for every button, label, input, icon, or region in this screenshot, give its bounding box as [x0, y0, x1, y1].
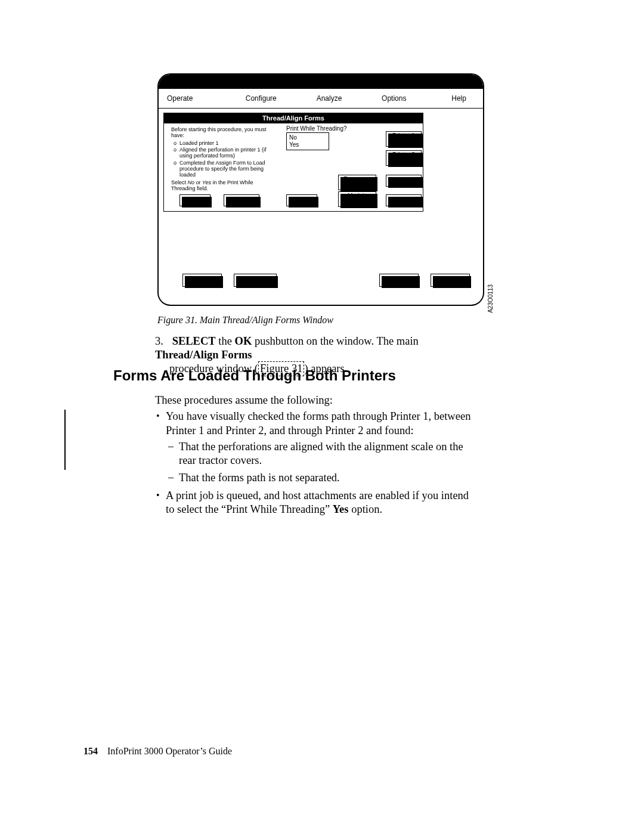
change-bar — [64, 410, 66, 470]
window-titlebar — [159, 75, 483, 89]
printer2-feed-button[interactable]: Printer 2 Feed Page — [386, 150, 422, 166]
book-title: InfoPrint 3000 Operator’s Guide — [107, 746, 232, 756]
bullet-visual-check: You have visually checked the forms path… — [166, 410, 476, 485]
print-while-threading-label: Print While Threading? — [286, 125, 347, 132]
window-title: Thread/Align Forms — [164, 113, 423, 123]
page-footer: 154 InfoPrint 3000 Operator’s Guide — [83, 746, 232, 757]
forms-connected-status: Forms are Connected — [338, 175, 376, 190]
instructions-text: Before starting this procedure, you must… — [171, 126, 276, 191]
bullet-2: Aligned the perforation in printer 1 (if… — [179, 147, 276, 159]
bullet-3: Completed the Assign Form to Load proced… — [179, 160, 276, 178]
select-line: Select No or Yes in the Print While Thre… — [171, 179, 253, 191]
menu-configure[interactable]: Configure — [225, 94, 297, 103]
page: Operate Configure Analyze Options Help T… — [0, 0, 644, 833]
ready-button[interactable]: Ready — [182, 274, 222, 287]
figure-caption: Figure 31. Main Thread/Align Forms Windo… — [157, 315, 333, 326]
figure-code: A23O0113 — [487, 284, 494, 313]
page-number: 154 — [83, 746, 98, 756]
check-reset-button[interactable]: Check Reset — [234, 274, 277, 287]
option-yes[interactable]: Yes — [289, 141, 326, 148]
application-window: Operate Configure Analyze Options Help T… — [157, 73, 484, 306]
bullet-print-job: A print job is queued, and host attachme… — [166, 489, 476, 517]
cancel-button[interactable]: Cancel — [286, 194, 317, 206]
print-while-threading-listbox[interactable]: No Yes — [286, 132, 329, 150]
help-button[interactable]: Help — [386, 194, 422, 206]
mark-aligned-status: Mark is Aligned — [338, 191, 376, 207]
start-button[interactable]: Start — [179, 194, 210, 206]
intro-paragraph: These procedures assume the following: — [155, 394, 333, 406]
menu-bar: Operate Configure Analyze Options Help — [159, 89, 483, 109]
sub-bullet-perforations: That the perforations are aligned with t… — [179, 440, 476, 468]
menu-operate[interactable]: Operate — [159, 94, 225, 103]
section-heading: Forms Are Loaded Through Both Printers — [113, 367, 396, 384]
option-no[interactable]: No — [289, 134, 326, 141]
menu-options[interactable]: Options — [361, 94, 426, 103]
sub-bullet-not-separated: That the forms path is not separated. — [179, 471, 476, 485]
menu-help[interactable]: Help — [426, 94, 491, 103]
printer1-feed-button[interactable]: Printer 1 Feed Page — [386, 131, 422, 147]
completed-button[interactable]: Completed — [224, 194, 259, 206]
thread-align-window: Thread/Align Forms Before starting this … — [163, 113, 423, 212]
step-number: 3. — [155, 335, 169, 348]
bullet-1: Loaded printer 1 — [179, 140, 276, 146]
menu-analyze[interactable]: Analyze — [297, 94, 362, 103]
cancel-job-button[interactable]: Cancel Job — [431, 274, 470, 287]
section-body: These procedures assume the following: Y… — [155, 394, 476, 520]
npro-button[interactable]: NPRO — [379, 274, 419, 287]
feed-forms-button[interactable]: Feed Forms — [386, 175, 422, 187]
intro-line: Before starting this procedure, you must… — [171, 126, 267, 138]
